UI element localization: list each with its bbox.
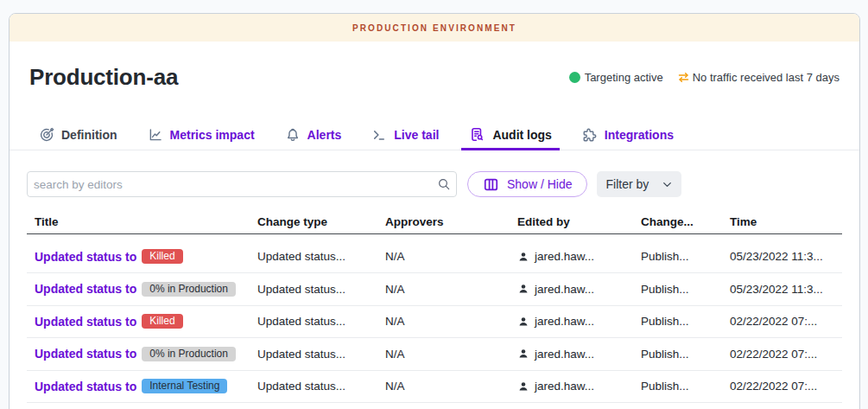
cell-edited-by: jared.haw... [510,371,633,403]
traffic-status: No traffic received last 7 days [677,71,839,84]
puzzle-icon [582,127,598,143]
tab-label: Alerts [307,128,342,142]
person-icon [517,348,529,360]
toolbar: Show / Hide Filter by [27,171,842,197]
targeting-status-label: Targeting active [585,71,663,84]
cell-time: 02/22/2022 07:... [722,371,842,403]
show-hide-label: Show / Hide [507,177,572,191]
page-title: Production-aa [29,64,178,91]
table-header-row: TitleChange typeApproversEdited byChange… [27,197,842,234]
cell-approvers: N/A [377,338,510,370]
person-icon [517,380,529,393]
tab-label: Definition [61,128,117,142]
tab-label: Live tail [394,128,439,142]
tab-alerts[interactable]: Alerts [277,121,350,150]
edited-by-name: jared.haw... [535,283,594,296]
search-icon [437,177,451,191]
targeting-status: Targeting active [569,71,663,84]
status-badge: Killed [142,249,182,264]
cell-change-type: Updated status... [250,240,377,272]
environment-banner-label: PRODUCTION ENVIRONMENT [352,23,516,33]
cell-edited-by: jared.haw... [510,306,633,338]
column-header: Title [27,209,250,233]
column-header: Change type [250,209,377,233]
cell-title: Updated status to0% in Production [27,338,250,370]
edited-by-name: jared.haw... [535,380,594,393]
cell-time: 05/23/2022 11:3... [722,240,842,272]
filter-by-label: Filter by [605,177,649,191]
terminal-icon [371,127,387,143]
cell-time: 05/23/2022 11:3... [722,273,842,305]
status-group: Targeting active No traffic received las… [569,71,839,84]
cell-changed-by: Publish... [633,338,722,370]
cell-change-type: Updated status... [250,273,377,305]
audit-log-table: TitleChange typeApproversEdited byChange… [27,197,842,403]
table-row: Updated status toKilledUpdated status...… [27,306,842,339]
columns-icon [483,176,499,193]
cell-time: 02/22/2022 07:... [722,306,842,338]
table-body: Updated status toKilledUpdated status...… [27,234,842,403]
tab-metrics-impact[interactable]: Metrics impact [140,121,263,150]
cell-edited-by: jared.haw... [510,240,633,272]
column-header: Time [722,209,842,233]
title-link[interactable]: Updated status to [35,282,136,296]
table-row: Updated status toInternal TestingUpdated… [27,371,842,404]
status-badge: Killed [142,314,182,329]
tab-bar: DefinitionMetrics impactAlertsLive tailA… [10,112,859,150]
cell-title: Updated status toKilled [27,306,250,338]
tab-definition[interactable]: Definition [31,121,125,150]
tab-label: Integrations [605,128,674,142]
table-row: Updated status to0% in ProductionUpdated… [27,273,842,306]
person-icon [517,316,529,328]
title-link[interactable]: Updated status to [35,380,136,393]
person-icon [517,251,529,263]
search-box [27,171,457,197]
cell-edited-by: jared.haw... [510,338,633,370]
targeting-active-dot-icon [569,72,580,83]
cell-changed-by: Publish... [633,240,722,272]
cell-approvers: N/A [377,306,510,338]
chevron-down-icon [662,179,673,190]
column-header: Change... [633,209,722,233]
bell-icon [285,127,301,143]
traffic-arrows-icon [677,71,690,84]
edited-by-name: jared.haw... [535,250,594,263]
cell-change-type: Updated status... [250,306,377,338]
cell-change-type: Updated status... [250,338,377,370]
cell-changed-by: Publish... [633,273,722,305]
title-link[interactable]: Updated status to [35,315,136,329]
tab-label: Audit logs [492,128,551,142]
cell-title: Updated status toKilled [27,240,250,272]
table-row: Updated status toKilledUpdated status...… [27,234,842,273]
cell-approvers: N/A [377,273,510,305]
table-row: Updated status to0% in ProductionUpdated… [27,338,842,371]
filter-by-button[interactable]: Filter by [597,171,681,197]
search-input[interactable] [27,171,457,197]
cell-time: 02/22/2022 07:... [722,338,842,370]
cell-changed-by: Publish... [633,306,722,338]
title-link[interactable]: Updated status to [35,250,136,264]
status-badge: Internal Testing [142,379,227,393]
tab-audit-logs[interactable]: Audit logs [461,121,559,150]
environment-banner: PRODUCTION ENVIRONMENT [10,14,859,42]
cell-title: Updated status toInternal Testing [27,371,250,403]
title-link[interactable]: Updated status to [35,347,136,361]
flag-detail-card: PRODUCTION ENVIRONMENT Production-aa Tar… [9,13,860,409]
edited-by-name: jared.haw... [535,315,594,328]
page-header: Production-aa Targeting active No traffi… [10,42,859,112]
status-badge: 0% in Production [142,347,236,361]
show-hide-button[interactable]: Show / Hide [467,171,587,197]
target-dart-icon [39,127,54,143]
tab-label: Metrics impact [170,128,255,142]
column-header: Edited by [510,209,633,233]
traffic-status-label: No traffic received last 7 days [693,71,839,84]
person-icon [517,283,529,295]
cell-edited-by: jared.haw... [510,273,633,305]
tab-live-tail[interactable]: Live tail [364,121,447,150]
line-chart-icon [148,127,163,143]
edited-by-name: jared.haw... [535,348,594,361]
doc-search-icon [469,126,485,143]
tab-integrations[interactable]: Integrations [574,121,681,150]
column-header: Approvers [377,209,510,233]
cell-change-type: Updated status... [250,371,377,403]
